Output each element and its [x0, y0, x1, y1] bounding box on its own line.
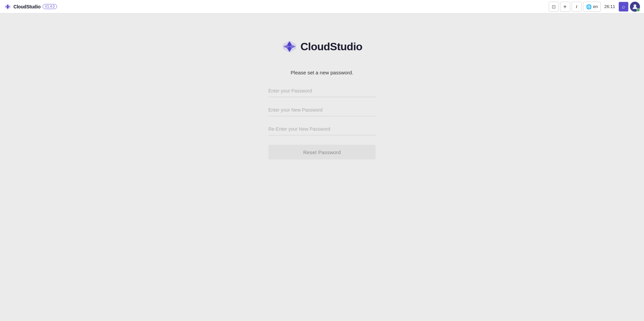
time-display: 26:11	[602, 4, 617, 9]
header: CloudStudio V1.4.0 ⊡ ☀ i 🌐 en 26:11 ⌕	[0, 0, 644, 13]
theme-icon: ☀	[563, 4, 567, 9]
language-button[interactable]: 🌐 en	[583, 2, 601, 12]
logo-area[interactable]: CloudStudio V1.4.0	[4, 3, 57, 10]
password-reset-form: Please set a new password. Reset Passwor…	[268, 70, 376, 159]
page-instruction: Please set a new password.	[291, 70, 354, 75]
brand-logo: CloudStudio	[282, 40, 363, 53]
current-password-input[interactable]	[268, 85, 376, 97]
monitor-icon: ⊡	[552, 4, 556, 9]
new-password-input[interactable]	[268, 104, 376, 116]
brand-logo-icon	[282, 40, 297, 53]
info-button[interactable]: i	[572, 2, 582, 12]
avatar-button[interactable]	[630, 2, 640, 12]
search-button[interactable]: ⌕	[619, 2, 629, 12]
language-label: en	[593, 4, 598, 9]
version-badge: V1.4.0	[43, 4, 57, 9]
monitor-button[interactable]: ⊡	[549, 2, 559, 12]
search-icon: ⌕	[622, 4, 625, 10]
avatar-icon	[632, 4, 638, 10]
info-icon: i	[576, 4, 577, 9]
theme-button[interactable]: ☀	[560, 2, 570, 12]
main-content: CloudStudio Please set a new password. R…	[0, 13, 644, 321]
brand-name: CloudStudio	[301, 41, 363, 53]
header-right: ⊡ ☀ i 🌐 en 26:11 ⌕	[549, 2, 640, 12]
globe-icon: 🌐	[586, 4, 592, 9]
svg-point-5	[634, 4, 636, 7]
confirm-password-input[interactable]	[268, 123, 376, 135]
cloudstudio-logo-icon	[4, 3, 11, 10]
header-left: CloudStudio V1.4.0	[4, 3, 57, 10]
reset-password-button[interactable]: Reset Password	[268, 145, 376, 159]
logo-text: CloudStudio	[13, 4, 41, 9]
